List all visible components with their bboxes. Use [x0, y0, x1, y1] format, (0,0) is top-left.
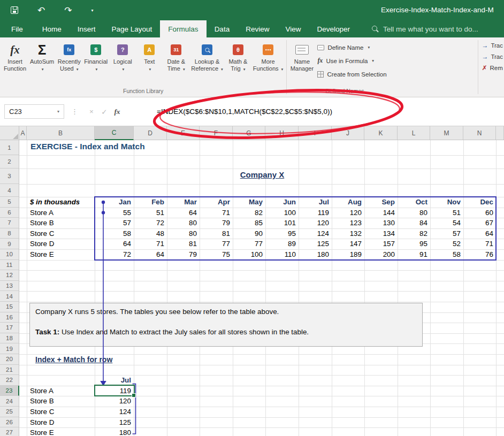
column-header-overflow[interactable] — [496, 126, 504, 140]
formula-input[interactable]: =INDEX($C$6:$N$10,1,MATCH($C$22,$C$5:$N$… — [157, 108, 332, 116]
tab-page-layout[interactable]: Page Layout — [104, 20, 161, 37]
insert-function-icon[interactable]: fx — [111, 108, 124, 116]
column-header-L[interactable]: L — [398, 126, 430, 140]
tab-view[interactable]: View — [277, 20, 309, 37]
row-header-9[interactable]: 9 — [0, 239, 19, 249]
column-header-H[interactable]: H — [265, 126, 299, 140]
fx-icon: fx — [317, 57, 323, 65]
chevron-down-icon: ▾ — [122, 67, 124, 72]
date-time-button[interactable]: 31Date &Time ▾ — [163, 39, 189, 87]
row-header-5[interactable]: 5 — [0, 197, 19, 208]
row-header-23[interactable]: 23 — [0, 386, 19, 396]
trace-arrow-icon: → — [482, 42, 488, 49]
formula-auditing-stack: →Trac→Trac✗Rem — [482, 42, 503, 72]
column-header-E[interactable]: E — [167, 126, 200, 140]
redo-icon[interactable]: ↷ — [64, 6, 72, 15]
tab-developer[interactable]: Developer — [309, 20, 358, 37]
cancel-icon[interactable]: × — [85, 108, 98, 116]
row-header-25[interactable]: 25 — [0, 407, 19, 417]
row-header-15[interactable]: 15 — [0, 302, 19, 312]
tab-data[interactable]: Data — [207, 20, 238, 37]
row-header-7[interactable]: 7 — [0, 218, 19, 228]
column-header-M[interactable]: M — [430, 126, 463, 140]
column-header-C[interactable]: C — [95, 126, 134, 140]
select-all-corner[interactable] — [0, 126, 19, 140]
gridline — [19, 281, 504, 281]
row-header-12[interactable]: 12 — [0, 270, 19, 281]
store-label: Store B — [30, 397, 54, 406]
gridline — [19, 365, 504, 365]
recently-used-button[interactable]: fxRecentlyUsed ▾ — [56, 39, 82, 87]
lookup-reference-button[interactable]: Lookup &Reference ▾ — [189, 39, 225, 87]
row-header-17[interactable]: 17 — [0, 323, 19, 333]
row-header-13[interactable]: 13 — [0, 281, 19, 292]
row-header-8[interactable]: 8 — [0, 228, 19, 239]
row-header-11[interactable]: 11 — [0, 260, 19, 271]
use-in-formula-button[interactable]: fxUse in Formula▾ — [315, 55, 401, 66]
row-header-16[interactable]: 16 — [0, 312, 19, 323]
sigma-icon: Σ — [38, 42, 47, 58]
more-functions-button[interactable]: ⋯MoreFunctions ▾ — [251, 39, 285, 87]
chevron-down-icon[interactable]: ▾ — [91, 8, 94, 13]
row-header-26[interactable]: 26 — [0, 417, 19, 428]
row-header-6[interactable]: 6 — [0, 208, 19, 218]
column-header-I[interactable]: I — [299, 126, 332, 140]
name-manager-button[interactable]: Name Manager — [288, 39, 315, 87]
logical-button[interactable]: ?Logical▾ — [109, 39, 136, 87]
column-header-G[interactable]: G — [233, 126, 265, 140]
result-value: 180 — [96, 429, 131, 436]
formula-bar: C23 ▾ ⋮ × ✓ fx =INDEX($C$6:$N$10,1,MATCH… — [0, 97, 504, 126]
tab-home[interactable]: Home — [34, 20, 70, 37]
column-header-N[interactable]: N — [463, 126, 496, 140]
gridline — [19, 375, 504, 376]
insert-function-button[interactable]: fx Insert Function — [2, 39, 28, 87]
tell-me-box[interactable]: Tell me what you want to do... — [372, 20, 478, 37]
remove-arrows-button[interactable]: ✗Rem — [482, 64, 503, 72]
gridline — [19, 270, 504, 271]
task-label: Task 1: — [35, 328, 59, 336]
gridline — [19, 396, 504, 396]
store-label: Store C — [30, 230, 54, 238]
trace-precedents-button[interactable]: →Trac — [482, 42, 503, 49]
tab-review[interactable]: Review — [238, 20, 277, 37]
row-header-19[interactable]: 19 — [0, 343, 19, 354]
tab-formulas[interactable]: Formulas — [160, 20, 206, 37]
column-header-B[interactable]: B — [27, 126, 95, 140]
enter-icon[interactable]: ✓ — [98, 108, 111, 116]
column-header-J[interactable]: J — [332, 126, 364, 140]
chevron-down-icon: ▾ — [368, 45, 370, 50]
gridline — [19, 184, 504, 185]
store-label: Store A — [30, 387, 54, 395]
tab-file[interactable]: File — [0, 20, 34, 37]
math-trig-button[interactable]: θMath &Trig ▾ — [225, 39, 251, 87]
create-from-selection-button[interactable]: Create from Selection — [315, 68, 401, 80]
undo-icon[interactable]: ↶ — [37, 6, 45, 15]
financial-button[interactable]: $Financial▾ — [82, 39, 109, 87]
define-name-button[interactable]: Define Name▾ — [315, 42, 401, 53]
row-header-14[interactable]: 14 — [0, 291, 19, 302]
row-header-20[interactable]: 20 — [0, 354, 19, 365]
row-header-21[interactable]: 21 — [0, 365, 19, 376]
column-header-D[interactable]: D — [134, 126, 167, 140]
save-icon[interactable] — [11, 6, 18, 14]
tab-insert[interactable]: Insert — [70, 20, 104, 37]
row-header-10[interactable]: 10 — [0, 249, 19, 260]
row-header-2[interactable]: 2 — [0, 155, 19, 169]
chevron-down-icon[interactable]: ▾ — [57, 109, 59, 114]
row-header-4[interactable]: 4 — [0, 184, 19, 197]
row-header-27[interactable]: 27 — [0, 427, 19, 436]
column-header-F[interactable]: F — [200, 126, 233, 140]
active-cell-C23[interactable] — [94, 385, 135, 396]
chevron-down-icon: ▾ — [372, 58, 374, 63]
trace-dependents-button[interactable]: →Trac — [482, 53, 503, 60]
column-header-K[interactable]: K — [364, 126, 398, 140]
row-header-22[interactable]: 22 — [0, 375, 19, 386]
column-header-A[interactable]: A — [19, 126, 27, 140]
row-header-1[interactable]: 1 — [0, 140, 19, 155]
row-header-3[interactable]: 3 — [0, 169, 19, 184]
name-box[interactable]: C23 ▾ — [4, 104, 64, 119]
row-header-18[interactable]: 18 — [0, 333, 19, 344]
text-button[interactable]: AText▾ — [136, 39, 163, 87]
row-header-24[interactable]: 24 — [0, 396, 19, 407]
autosum-button[interactable]: ΣAutoSum▾ — [28, 39, 56, 87]
